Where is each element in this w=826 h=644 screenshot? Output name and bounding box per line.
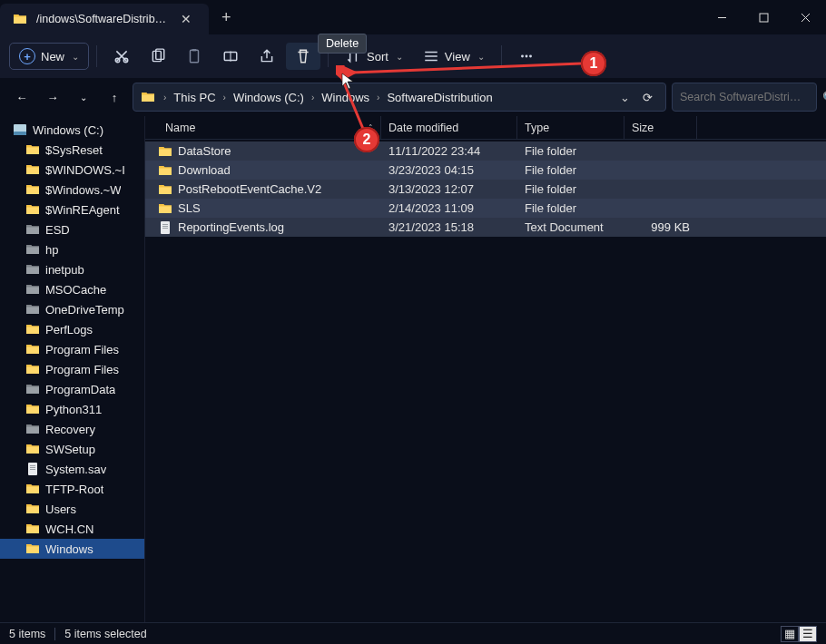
sidebar-item-label: Python311 xyxy=(45,403,102,416)
cut-button[interactable] xyxy=(104,43,139,70)
sidebar-item[interactable]: PerfLogs xyxy=(0,319,144,339)
file-row[interactable]: SLS2/14/2023 11:09File folder xyxy=(145,199,826,218)
address-chevron-icon[interactable]: ⌄ xyxy=(615,91,635,104)
sidebar-item[interactable]: inetpub xyxy=(0,259,144,279)
sidebar-item[interactable]: OneDriveTemp xyxy=(0,299,144,319)
share-button[interactable] xyxy=(250,43,284,70)
sidebar-item-label: System.sav xyxy=(45,463,106,476)
view-label: View xyxy=(445,50,470,63)
toolbar: + New ⌄ Sort ⌄ View ⌄ xyxy=(0,34,826,78)
file-row[interactable]: PostRebootEventCache.V23/13/2023 12:07Fi… xyxy=(145,180,826,199)
sidebar-item[interactable]: ESD xyxy=(0,220,144,239)
status-selected: 5 items selected xyxy=(64,628,146,640)
sidebar-item[interactable]: $SysReset xyxy=(0,140,144,160)
sidebar[interactable]: Windows (C:) $SysReset$WINDOWS.~I$Window… xyxy=(0,116,145,622)
sidebar-item[interactable]: $WINDOWS.~I xyxy=(0,160,144,180)
col-size[interactable]: Size xyxy=(624,116,697,139)
chevron-down-icon: ⌄ xyxy=(72,52,79,62)
sidebar-item[interactable]: ProgramData xyxy=(0,379,144,399)
sidebar-item-label: WCH.CN xyxy=(45,522,93,536)
sidebar-item[interactable]: MSOCache xyxy=(0,279,144,299)
sidebar-item[interactable]: WCH.CN xyxy=(0,519,144,539)
paste-button[interactable] xyxy=(177,43,211,70)
sidebar-item[interactable]: System.sav xyxy=(0,459,144,479)
chevron-down-icon: ⌄ xyxy=(396,52,403,62)
folder-g-icon xyxy=(25,282,40,297)
sidebar-item-label: $SysReset xyxy=(45,143,103,157)
sidebar-item[interactable]: hp xyxy=(0,239,144,259)
sidebar-item[interactable]: Recovery xyxy=(0,419,144,439)
plus-icon: + xyxy=(19,48,35,64)
new-tab-button[interactable]: + xyxy=(209,3,244,33)
sidebar-item[interactable]: TFTP-Root xyxy=(0,479,144,499)
file-row[interactable]: DataStore11/11/2022 23:44File folder xyxy=(145,141,826,161)
folder-g-icon xyxy=(25,262,40,277)
file-date: 11/11/2022 23:44 xyxy=(381,144,517,158)
sidebar-item[interactable]: Program Files xyxy=(0,359,144,379)
callout-2: 2 xyxy=(354,127,379,152)
rename-button[interactable] xyxy=(213,43,248,70)
folder-icon xyxy=(13,12,27,26)
callout-1: 1 xyxy=(581,51,606,76)
folder-icon xyxy=(158,201,172,216)
more-button[interactable] xyxy=(509,43,544,70)
file-row[interactable]: ReportingEvents.log3/21/2023 15:18Text D… xyxy=(145,218,826,237)
minimize-button[interactable] xyxy=(701,0,742,34)
search-input[interactable] xyxy=(680,91,822,103)
maximize-button[interactable] xyxy=(742,0,784,34)
forward-button[interactable]: → xyxy=(40,84,65,110)
sidebar-item[interactable]: Users xyxy=(0,499,144,519)
tree-root[interactable]: Windows (C:) xyxy=(0,120,144,140)
tab-active[interactable]: /indows\SoftwareDistribution ✕ xyxy=(0,4,209,34)
refresh-button[interactable]: ⟳ xyxy=(635,91,660,104)
doc-icon xyxy=(158,220,172,235)
sidebar-item-label: Program Files xyxy=(45,363,119,376)
breadcrumb-thispc[interactable]: This PC xyxy=(169,88,220,107)
recent-button[interactable]: ⌄ xyxy=(71,84,96,110)
folder-icon xyxy=(25,202,40,217)
tab-close-icon[interactable]: ✕ xyxy=(176,10,196,28)
sidebar-item[interactable]: Program Files xyxy=(0,339,144,359)
sidebar-item[interactable]: $Windows.~W xyxy=(0,180,144,200)
delete-tooltip: Delete xyxy=(318,34,367,54)
file-date: 2/14/2023 11:09 xyxy=(381,201,517,215)
address-bar[interactable]: › This PC › Windows (C:) › Windows › Sof… xyxy=(133,83,666,112)
view-button[interactable]: View ⌄ xyxy=(414,43,494,70)
folder-icon xyxy=(158,144,172,159)
sidebar-item-label: ProgramData xyxy=(45,383,115,396)
folder-icon xyxy=(25,322,40,337)
up-button[interactable]: ↑ xyxy=(102,84,127,110)
new-button[interactable]: + New ⌄ xyxy=(9,43,89,70)
sidebar-item[interactable]: Python311 xyxy=(0,399,144,419)
breadcrumb-swdist[interactable]: SoftwareDistribution xyxy=(382,88,497,107)
mouse-cursor xyxy=(341,73,356,91)
close-button[interactable] xyxy=(784,0,826,34)
view-thumb-button[interactable]: ▦ xyxy=(781,626,799,642)
col-date[interactable]: Date modified xyxy=(381,116,517,139)
breadcrumb-drive[interactable]: Windows (C:) xyxy=(229,88,309,107)
view-detail-button[interactable]: ☰ xyxy=(799,626,817,642)
search-box[interactable]: 🔍 xyxy=(672,83,817,112)
file-row[interactable]: Download3/23/2023 04:15File folder xyxy=(145,161,826,180)
column-headers: Name ˄ Date modified Type Size xyxy=(145,116,826,140)
col-name[interactable]: Name ˄ xyxy=(158,116,381,139)
navigation-row: ← → ⌄ ↑ › This PC › Windows (C:) › Windo… xyxy=(0,78,826,116)
folder-icon xyxy=(141,90,155,104)
sort-label: Sort xyxy=(367,50,388,63)
sidebar-item[interactable]: SWSetup xyxy=(0,439,144,459)
sidebar-item-label: inetpub xyxy=(45,263,84,277)
sidebar-item[interactable]: Windows xyxy=(0,539,144,559)
sidebar-item[interactable]: $WinREAgent xyxy=(0,200,144,220)
file-size: 999 KB xyxy=(624,220,697,234)
back-button[interactable]: ← xyxy=(9,84,34,110)
file-list[interactable]: DataStore11/11/2022 23:44File folderDown… xyxy=(145,140,826,622)
folder-icon xyxy=(25,522,40,536)
folder-icon xyxy=(25,342,40,356)
delete-button[interactable] xyxy=(286,43,320,70)
folder-icon xyxy=(25,142,40,157)
col-type[interactable]: Type xyxy=(517,116,624,139)
sidebar-item-label: $WINDOWS.~I xyxy=(45,163,125,177)
copy-button[interactable] xyxy=(141,43,175,70)
folder-icon xyxy=(25,362,40,376)
folder-g-icon xyxy=(25,382,40,396)
